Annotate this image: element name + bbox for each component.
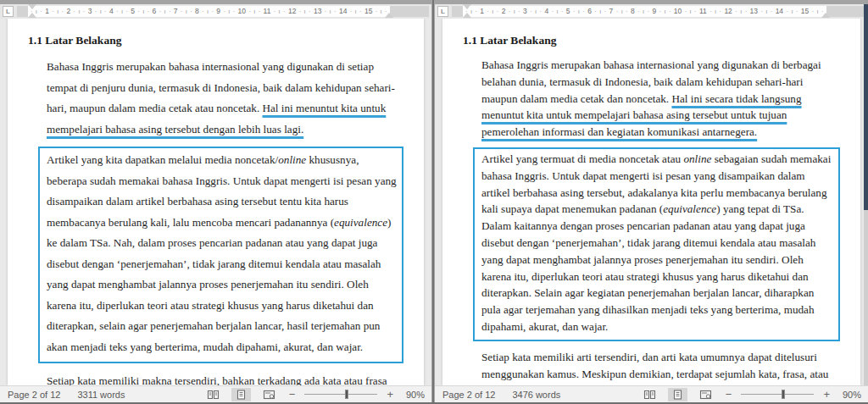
web-layout-icon [263, 390, 275, 400]
first-line-indent-marker[interactable] [463, 4, 471, 9]
zoom-slider[interactable] [304, 394, 377, 395]
text-run: Artikel yang termuat di media noncetak a… [481, 152, 683, 165]
page-indicator[interactable]: Page 2 of 12 [8, 390, 60, 400]
print-layout-button[interactable] [231, 388, 251, 401]
zoom-slider-thumb[interactable] [782, 390, 785, 399]
italic-text: equivalence [334, 216, 387, 229]
status-bar-left: Page 2 of 12 3311 words [0, 385, 431, 402]
word-count[interactable]: 3311 words [77, 390, 125, 400]
tab-stop-selector[interactable]: L [437, 6, 448, 17]
ruler-scale[interactable]: ·ı·1·ı·2·ı·3·ı·4·ı·5·ı·6·ı·7·ı·8·ı·9·ı·1… [28, 6, 390, 17]
page-indicator[interactable]: Page 2 of 12 [442, 390, 495, 400]
ruler[interactable]: ·ı·1·ı·2·ı·3·ı·4·ı·5·ı·6·ı·7·ı·8·ı·9·ı·1… [17, 6, 429, 17]
zoom-in-button[interactable]: + [821, 388, 832, 401]
scrollbar-thumb[interactable] [864, 4, 868, 210]
word-count[interactable]: 3476 words [512, 390, 560, 400]
italic-text: online [278, 153, 306, 166]
horizontal-ruler-right: L ·ı·1·ı·2·ı·3·ı·4·ı·5·ı·6·ı·7·ı·8·ı·9·ı… [435, 4, 868, 19]
web-layout-icon [699, 390, 712, 400]
ruler-scale[interactable]: ·ı·1·ı·2·ı·3·ı·4·ı·5·ı·6·ı·7·ı·8·ı·9·ı·1… [463, 6, 826, 17]
paragraph-equivalence: Setiap kata memiliki makna tersendiri, b… [47, 371, 400, 385]
hanging-indent-marker[interactable] [463, 13, 471, 18]
section-heading: 1.1 Latar Belakang [463, 34, 837, 47]
web-layout-button[interactable] [695, 388, 716, 401]
document-page[interactable]: 1.1 Latar Belakang Bahasa Inggris merupa… [442, 19, 860, 385]
paragraph-intro: Bahasa Inggris merupakan bahasa internas… [47, 57, 400, 140]
paragraph-equivalence: Setiap kata memiliki arti tersendiri, da… [481, 349, 837, 385]
vertical-scrollbar[interactable] [864, 4, 868, 385]
zoom-level[interactable]: 90% [839, 390, 861, 400]
text-run: ) yang tepat di TSa. Dalam kaitannya den… [481, 202, 815, 333]
text-run: Setiap kata memiliki makna tersendiri, b… [47, 374, 395, 385]
tab-stop-selector[interactable]: L [3, 6, 14, 17]
zoom-out-button[interactable]: − [724, 388, 734, 401]
italic-text: online [683, 152, 711, 165]
ruler-left-margin [452, 6, 463, 17]
word-window-left: L ·ı·1·ı·2·ı·3·ı·4·ı·5·ı·6·ı·7·ı·8·ı·9·ı… [0, 0, 431, 402]
boxed-paragraph: Artikel yang kita dapatkan melalui media… [38, 147, 403, 363]
document-area: 1.1 Latar Belakang Bahasa Inggris merupa… [0, 19, 431, 385]
section-heading: 1.1 Latar Belakang [28, 34, 400, 47]
first-line-indent-marker[interactable] [28, 4, 36, 9]
paragraph-intro: Bahasa Inggris merupakan bahasa internas… [481, 57, 837, 141]
document-page[interactable]: 1.1 Latar Belakang Bahasa Inggris merupa… [8, 19, 424, 385]
word-window-right: L ·ı·1·ı·2·ı·3·ı·4·ı·5·ı·6·ı·7·ı·8·ı·9·ı… [435, 0, 868, 402]
italic-text: equivalence [663, 202, 716, 215]
boxed-paragraph: Artikel yang termuat di media noncetak a… [473, 147, 840, 341]
print-layout-icon [672, 390, 683, 400]
zoom-in-button[interactable]: + [385, 388, 395, 401]
right-indent-marker[interactable] [385, 13, 393, 18]
status-bar-right: Page 2 of 12 3476 words [435, 385, 868, 402]
web-layout-button[interactable] [259, 388, 280, 401]
read-mode-icon [643, 390, 656, 400]
ruler-right-margin [826, 6, 865, 17]
text-run: Setiap kata memiliki arti tersendiri, da… [481, 351, 837, 385]
read-mode-icon [207, 390, 220, 400]
zoom-slider-thumb[interactable] [345, 390, 348, 399]
read-mode-button[interactable] [639, 388, 660, 401]
read-mode-button[interactable] [203, 388, 224, 401]
zoom-slider[interactable] [741, 394, 814, 395]
zoom-level[interactable]: 90% [403, 390, 425, 400]
horizontal-ruler-left: L ·ı·1·ı·2·ı·3·ı·4·ı·5·ı·6·ı·7·ı·8·ı·9·ı… [0, 4, 431, 19]
zoom-out-button[interactable]: − [287, 388, 298, 401]
ruler-right-margin [390, 6, 429, 17]
word-side-by-side-windows: L ·ı·1·ı·2·ı·3·ı·4·ı·5·ı·6·ı·7·ı·8·ı·9·ı… [0, 0, 868, 404]
right-indent-marker[interactable] [821, 13, 830, 18]
hanging-indent-marker[interactable] [28, 13, 36, 18]
print-layout-icon [236, 390, 247, 400]
document-area: 1.1 Latar Belakang Bahasa Inggris merupa… [435, 19, 868, 385]
text-run: ) ke dalam TSa. Nah, dalam proses pencar… [47, 216, 391, 353]
ruler[interactable]: ·ı·1·ı·2·ı·3·ı·4·ı·5·ı·6·ı·7·ı·8·ı·9·ı·1… [452, 6, 865, 17]
ruler-left-margin [17, 6, 28, 17]
print-layout-button[interactable] [668, 388, 687, 401]
text-run: Artikel yang kita dapatkan melalui media… [47, 153, 278, 166]
